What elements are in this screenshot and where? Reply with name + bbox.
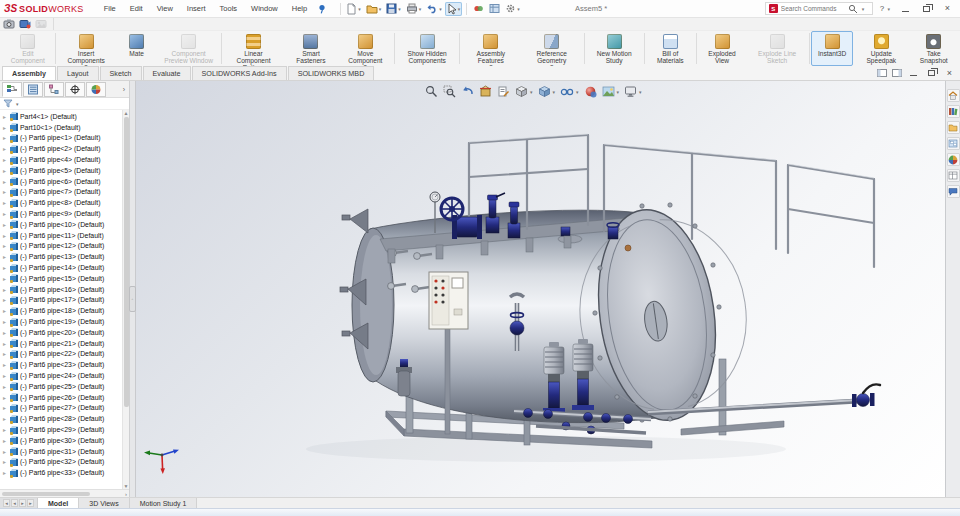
pane-right-icon[interactable] bbox=[892, 69, 902, 77]
undo-icon[interactable]: ▾ bbox=[424, 2, 444, 15]
expand-caret-icon[interactable]: ▸ bbox=[3, 448, 8, 455]
expand-caret-icon[interactable]: ▸ bbox=[3, 361, 8, 368]
screen-capture-icon[interactable] bbox=[3, 19, 15, 29]
solidworks-forum-icon[interactable] bbox=[947, 185, 960, 198]
tree-vertical-scrollbar[interactable]: ▲▼ bbox=[122, 110, 129, 489]
menu-item[interactable]: Window bbox=[245, 2, 284, 15]
expand-caret-icon[interactable]: ▸ bbox=[3, 124, 8, 131]
menu-item[interactable]: Insert bbox=[181, 2, 212, 15]
appearance-icon[interactable] bbox=[471, 2, 486, 15]
tree-item[interactable]: ▸ (-) Part6 pipe<26> (Default) bbox=[0, 392, 129, 403]
record-video-icon[interactable] bbox=[19, 19, 31, 29]
expand-caret-icon[interactable]: ▸ bbox=[3, 296, 8, 303]
expand-caret-icon[interactable]: ▸ bbox=[3, 469, 8, 476]
smart-fasteners-button[interactable]: Smart Fasteners ▼ bbox=[284, 31, 337, 66]
zoom-to-area-icon[interactable] bbox=[442, 84, 457, 99]
tab-scroll-last-icon[interactable]: ▸ bbox=[27, 499, 34, 507]
scroll-thumb[interactable] bbox=[124, 117, 129, 407]
tab-3d-views[interactable]: 3D Views bbox=[79, 498, 129, 508]
edit-component-button[interactable]: Edit Component ▼ bbox=[2, 31, 54, 66]
tree-item[interactable]: ▸ (-) Part6 pipe<29> (Default) bbox=[0, 424, 129, 435]
displaymanager-icon[interactable] bbox=[86, 82, 106, 97]
tree-item[interactable]: ▸ (-) Part6 pipe<16> (Default) bbox=[0, 284, 129, 295]
expand-caret-icon[interactable]: ▸ bbox=[3, 253, 8, 260]
more-tabs-icon[interactable]: › bbox=[123, 86, 127, 93]
custom-properties-icon[interactable] bbox=[947, 169, 960, 182]
tree-item[interactable]: ▸ (-) Part6 pipe<1> (Default) bbox=[0, 133, 129, 144]
expand-caret-icon[interactable]: ▸ bbox=[3, 307, 8, 314]
tree-item[interactable]: ▸ (-) Part6 pipe<5> (Default) bbox=[0, 165, 129, 176]
menu-item[interactable]: Tools bbox=[214, 2, 244, 15]
search-input[interactable] bbox=[781, 5, 845, 12]
expand-caret-icon[interactable]: ▸ bbox=[3, 383, 8, 390]
dynamic-annotation-views-icon[interactable] bbox=[496, 84, 511, 99]
assembly-features-button[interactable]: Assembly Features ▼ bbox=[461, 31, 521, 66]
expand-caret-icon[interactable]: ▸ bbox=[3, 167, 8, 174]
expand-caret-icon[interactable]: ▸ bbox=[3, 340, 8, 347]
graphics-viewport[interactable]: ▾ ▾ ▾ ▾ ▾ bbox=[136, 81, 945, 497]
expand-caret-icon[interactable]: ▸ bbox=[3, 415, 8, 422]
tab-evaluate[interactable]: Evaluate bbox=[143, 66, 191, 80]
reference-geometry-button[interactable]: Reference Geometry ▼ bbox=[521, 31, 583, 66]
tree-item[interactable]: ▸ (-) Part6 pipe<11> (Default) bbox=[0, 230, 129, 241]
expand-caret-icon[interactable]: ▸ bbox=[3, 188, 8, 195]
assembly-3d-model[interactable] bbox=[136, 81, 945, 497]
filter-caret[interactable]: ▾ bbox=[16, 101, 19, 107]
tree-item[interactable]: ▸ (-) Part6 pipe<30> (Default) bbox=[0, 435, 129, 446]
doc-restore-button[interactable] bbox=[925, 68, 938, 78]
tab-motion-study-1[interactable]: Motion Study 1 bbox=[130, 498, 198, 508]
tab-sketch[interactable]: Sketch bbox=[100, 66, 142, 80]
tree-item[interactable]: ▸ (-) Part6 pipe<20> (Default) bbox=[0, 327, 129, 338]
select-cursor-icon[interactable]: ▾ bbox=[445, 2, 463, 16]
expand-caret-icon[interactable]: ▸ bbox=[3, 437, 8, 444]
tree-item[interactable]: ▸ (-) Part6 pipe<17> (Default) bbox=[0, 295, 129, 306]
expand-caret-icon[interactable]: ▸ bbox=[3, 275, 8, 282]
move-component-button[interactable]: Move Component ▼ bbox=[337, 31, 393, 66]
show-hidden-components-button[interactable]: Show Hidden Components ▼ bbox=[396, 31, 458, 66]
tree-item[interactable]: ▸ (-) Part6 pipe<24> (Default) bbox=[0, 370, 129, 381]
menu-item[interactable]: File bbox=[98, 2, 122, 15]
open-icon[interactable]: ▾ bbox=[364, 2, 384, 16]
expand-caret-icon[interactable]: ▸ bbox=[3, 178, 8, 185]
exploded-view-button[interactable]: Exploded View ▼ bbox=[698, 31, 746, 66]
expand-caret-icon[interactable]: ▸ bbox=[3, 242, 8, 249]
doc-minimize-button[interactable] bbox=[907, 68, 920, 78]
expand-caret-icon[interactable]: ▸ bbox=[3, 286, 8, 293]
edit-appearance-icon[interactable] bbox=[583, 84, 598, 99]
expand-caret-icon[interactable]: ▸ bbox=[3, 458, 8, 465]
tree-item[interactable]: ▸ (-) Part6 pipe<10> (Default) bbox=[0, 219, 129, 230]
expand-caret-icon[interactable]: ▸ bbox=[3, 156, 8, 163]
expand-caret-icon[interactable]: ▸ bbox=[3, 134, 8, 141]
featuremanager-design-tree-icon[interactable] bbox=[2, 82, 22, 97]
previous-view-icon[interactable] bbox=[460, 84, 475, 99]
help-button[interactable]: ? ▾ bbox=[877, 4, 893, 13]
expand-caret-icon[interactable]: ▸ bbox=[3, 232, 8, 239]
tree-item[interactable]: ▸ (-) Part6 pipe<28> (Default) bbox=[0, 413, 129, 424]
tab-scroll-prev-icon[interactable]: ◂ bbox=[11, 499, 18, 507]
close-button[interactable]: × bbox=[939, 2, 956, 15]
view-settings-icon[interactable]: ▾ bbox=[623, 84, 643, 99]
tab-assembly[interactable]: Assembly bbox=[2, 66, 56, 80]
expand-caret-icon[interactable]: ▸ bbox=[3, 394, 8, 401]
tree-item[interactable]: ▸ (-) Part6 pipe<4> (Default) bbox=[0, 154, 129, 165]
tree-item[interactable]: ▸ (-) Part6 pipe<23> (Default) bbox=[0, 359, 129, 370]
tree-item[interactable]: ▸ (-) Part6 pipe<6> (Default) bbox=[0, 176, 129, 187]
tree-item[interactable]: ▸ (-) Part6 pipe<25> (Default) bbox=[0, 381, 129, 392]
doc-close-button[interactable]: × bbox=[943, 68, 956, 78]
section-view-icon[interactable] bbox=[478, 84, 493, 99]
print-icon[interactable]: ▾ bbox=[404, 2, 424, 15]
expand-caret-icon[interactable]: ▸ bbox=[3, 404, 8, 411]
menu-item[interactable]: Edit bbox=[124, 2, 149, 15]
options-gear-icon[interactable]: ▾ bbox=[503, 2, 522, 15]
tab-solidworks-add-ins[interactable]: SOLIDWORKS Add-Ins bbox=[192, 66, 287, 80]
tree-item[interactable]: ▸ (-) Part6 pipe<13> (Default) bbox=[0, 251, 129, 262]
tree-item[interactable]: ▸ (-) Part6 pipe<15> (Default) bbox=[0, 273, 129, 284]
dimxpertmanager-icon[interactable] bbox=[65, 82, 85, 97]
bill-of-materials-button[interactable]: Bill of Materials ▼ bbox=[646, 31, 695, 66]
expand-caret-icon[interactable]: ▸ bbox=[3, 264, 8, 271]
mate-button[interactable]: Mate ▼ bbox=[116, 31, 158, 66]
scroll-thumb[interactable] bbox=[2, 492, 90, 496]
view-palette-icon[interactable] bbox=[947, 137, 960, 150]
restore-button[interactable] bbox=[918, 2, 935, 15]
tree-item[interactable]: ▸ (-) Part6 pipe<9> (Default) bbox=[0, 208, 129, 219]
